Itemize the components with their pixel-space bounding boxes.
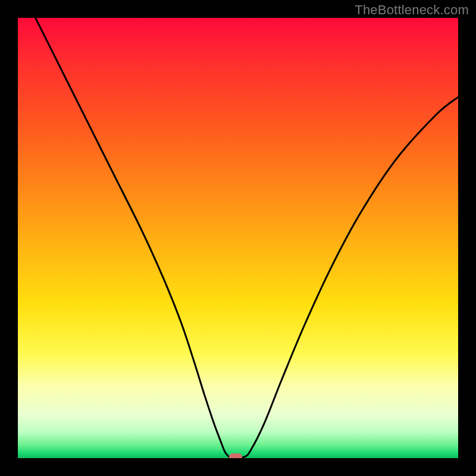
- plot-area: [18, 18, 458, 458]
- bottleneck-curve: [36, 18, 458, 458]
- watermark-text: TheBottleneck.com: [355, 2, 469, 18]
- chart-frame: TheBottleneck.com: [0, 0, 476, 476]
- curve-svg: [18, 18, 458, 458]
- minimum-marker: [229, 453, 242, 458]
